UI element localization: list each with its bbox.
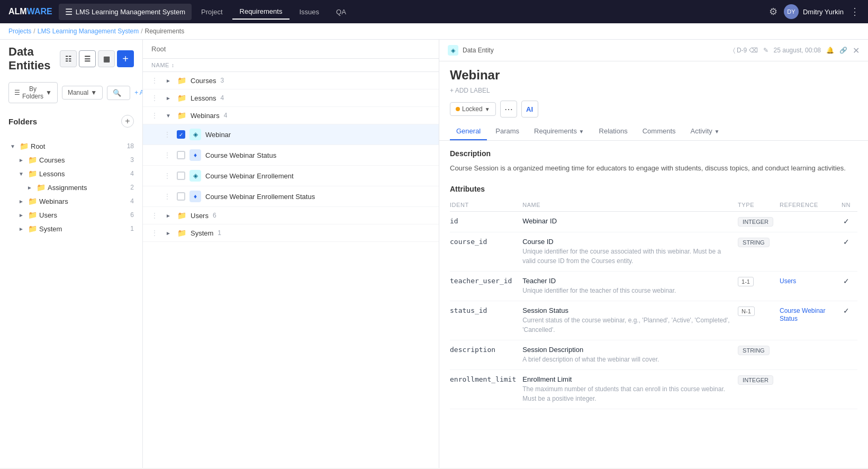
view-list-button[interactable]: ☰ [79, 50, 96, 67]
attr-reference[interactable]: Users [780, 271, 842, 301]
breadcrumb-projects[interactable]: Projects [8, 28, 31, 35]
external-link-icon[interactable]: 🔗 [839, 47, 847, 54]
sidebar-item-courses[interactable]: ► 📁 Courses 3 [0, 153, 142, 167]
attr-reference [780, 211, 842, 232]
manual-filter[interactable]: Manual ▼ [62, 86, 103, 100]
list-item-course-webinar-status[interactable]: ⋮ ♦ Course Webinar Status [143, 145, 439, 166]
left-sidebar: Data Entities ☷ ☰ ▦ + ☰ By Folders ▼ Man… [0, 40, 143, 468]
row-checkbox[interactable]: ✓ [177, 130, 185, 139]
tab-relations[interactable]: Relations [593, 123, 634, 140]
row-checkbox[interactable] [177, 151, 185, 159]
list-item-course-webinar-enrollement-status[interactable]: ⋮ ♦ Course Webinar Enrollement Status [143, 186, 439, 207]
add-filter-button[interactable]: + Add Filter [134, 89, 143, 96]
page-title: Data Entities [8, 45, 56, 73]
tab-activity[interactable]: Activity ▼ [684, 123, 726, 140]
more-options-button[interactable]: ⋯ [500, 101, 517, 118]
status-dot [456, 107, 460, 111]
project-menu-button[interactable]: ☰ LMS Learning Management System [59, 4, 192, 20]
table-row: enrollment_limitEnrollment LimitThe maxi… [450, 369, 857, 409]
entity-type-icon: ◈ [448, 45, 458, 56]
view-grid-button[interactable]: ☷ [60, 50, 77, 67]
attr-type: STRING [738, 340, 780, 369]
sidebar-item-lessons[interactable]: ▼ 📁 Lessons 4 [0, 167, 142, 181]
breadcrumb-project[interactable]: LMS Learning Management System [38, 28, 139, 35]
list-item-course-webinar-enrollement[interactable]: ⋮ ◈ Course Webinar Enrollement [143, 166, 439, 186]
tab-requirements[interactable]: Requirements [232, 4, 290, 20]
add-entity-button[interactable]: + [117, 50, 134, 67]
chevron-right-icon: ► [164, 230, 173, 236]
sidebar-item-webinars[interactable]: ► 📁 Webinars 4 [0, 194, 142, 208]
avatar: DY [784, 4, 799, 19]
sidebar-item-assignments[interactable]: ► 📁 Assignments 2 [0, 181, 142, 194]
drag-handle[interactable]: ⋮ [151, 77, 160, 84]
locked-label: Locked [462, 105, 483, 113]
folder-icon: 📁 [28, 197, 37, 205]
page-header: Data Entities ☷ ☰ ▦ + [0, 40, 142, 78]
list-item-lessons[interactable]: ⋮ ► 📁 Lessons 4 [143, 89, 439, 107]
list-item-courses[interactable]: ⋮ ► 📁 Courses 3 [143, 72, 439, 89]
drag-handle[interactable]: ⋮ [151, 94, 160, 102]
attr-type: INTEGER [738, 211, 780, 232]
content-area: Root NAME ↕ ⋮ ► 📁 Courses 3 ⋮ [143, 40, 868, 468]
attr-type: INTEGER [738, 369, 780, 409]
attr-reference[interactable]: Course Webinar Status [780, 301, 842, 340]
list-items: ⋮ ► 📁 Courses 3 ⋮ ► 📁 Lessons 4 ⋮ [143, 72, 439, 468]
ai-button[interactable]: AI [521, 101, 538, 118]
drag-handle[interactable]: ⋮ [151, 112, 160, 119]
sidebar-item-users[interactable]: ► 📁 Users 6 [0, 208, 142, 222]
edit-icon[interactable]: ✎ [763, 47, 768, 54]
sidebar-header: Folders + [0, 107, 142, 135]
tab-requirements[interactable]: Requirements ▼ [528, 123, 590, 140]
settings-icon[interactable]: ⚙ [769, 6, 777, 17]
drag-handle[interactable]: ⋮ [164, 151, 173, 159]
sidebar-item-system[interactable]: ► 📁 System 1 [0, 222, 142, 236]
attr-nn: ✓ [842, 211, 857, 232]
attr-type: STRING [738, 232, 780, 271]
tab-project[interactable]: Project [194, 5, 230, 19]
attr-nn: ✓ [842, 232, 857, 271]
add-label-button[interactable]: + ADD LABEL [439, 85, 868, 98]
close-button[interactable]: ✕ [853, 46, 860, 56]
search-box[interactable]: 🔍 [107, 86, 130, 100]
entity-type-icon: ♦ [189, 149, 201, 161]
description-text: Course Session is a organized meeting ti… [450, 163, 857, 174]
view-table-button[interactable]: ▦ [98, 50, 115, 67]
folder-icon: 📁 [28, 169, 37, 178]
project-label: LMS Learning Management System [76, 8, 185, 16]
sidebar-item-root[interactable]: ▼ 📁 Root 18 [0, 139, 142, 153]
tab-issues[interactable]: Issues [292, 5, 327, 19]
tab-general[interactable]: General [450, 123, 487, 140]
list-item-webinars-folder[interactable]: ⋮ ▼ 📁 Webinars 4 [143, 107, 439, 124]
by-folders-filter[interactable]: ☰ By Folders ▼ [8, 82, 58, 103]
folder-icon: 📁 [177, 211, 186, 220]
user-menu[interactable]: DY Dmitry Yurkin [784, 4, 844, 19]
attr-nn [842, 340, 857, 369]
table-row: idWebinar IDINTEGER✓ [450, 211, 857, 232]
locked-status-button[interactable]: Locked ▼ [450, 102, 496, 116]
attr-reference [780, 369, 842, 409]
attr-name: Enrollment LimitThe maximum number of st… [522, 369, 738, 409]
drag-handle[interactable]: ⋮ [151, 229, 160, 237]
tab-params[interactable]: Params [489, 123, 526, 140]
folder-icon: 📁 [28, 156, 37, 164]
row-checkbox[interactable] [177, 192, 185, 201]
col-reference: REFERENCE [780, 199, 842, 212]
attr-name: Session StatusCurrent status of the cour… [522, 301, 738, 340]
top-nav: ALMWARE ☰ LMS Learning Management System… [0, 0, 868, 23]
drag-handle[interactable]: ⋮ [164, 172, 173, 179]
drag-handle[interactable]: ⋮ [164, 131, 173, 138]
add-folder-button[interactable]: + [121, 115, 134, 128]
entity-type-icon: ◈ [189, 170, 201, 182]
logo: ALMWARE [8, 7, 52, 16]
detail-content: Description Course Session is a organize… [439, 141, 868, 468]
list-item-webinar[interactable]: ⋮ ✓ ◈ Webinar [143, 124, 439, 145]
drag-handle[interactable]: ⋮ [164, 193, 173, 200]
list-item-users[interactable]: ⋮ ► 📁 Users 6 [143, 207, 439, 224]
list-item-system[interactable]: ⋮ ► 📁 System 1 [143, 224, 439, 242]
more-options-icon[interactable]: ⋮ [850, 6, 860, 17]
notification-icon[interactable]: 🔔 [826, 47, 834, 54]
tab-comments[interactable]: Comments [636, 123, 682, 140]
drag-handle[interactable]: ⋮ [151, 212, 160, 219]
tab-qa[interactable]: QA [329, 5, 354, 19]
row-checkbox[interactable] [177, 172, 185, 180]
